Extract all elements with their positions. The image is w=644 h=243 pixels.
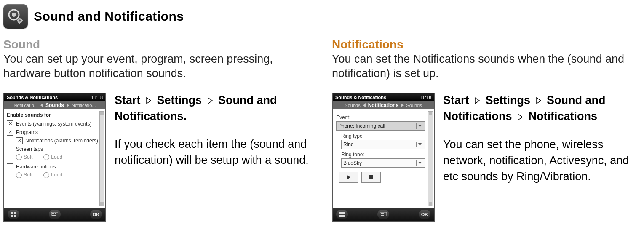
checkbox-events[interactable]: ✕ Events (warnings, system events) [7,120,103,127]
svg-rect-16 [52,215,56,216]
svg-rect-27 [381,215,384,216]
keyboard-button[interactable] [377,210,389,219]
svg-rect-24 [381,213,382,214]
svg-rect-22 [342,215,345,217]
svg-rect-7 [21,20,23,21]
phone-status-title: Sounds & Notifications [335,95,386,100]
ringtone-label: Ring tone: [341,152,431,158]
play-button[interactable] [339,172,358,183]
section-heading-notifications: Notifications [332,38,644,51]
path-notifications: Notifications [529,110,598,123]
chevron-down-icon [416,123,423,129]
event-select[interactable]: Phone: Incoming call [336,121,425,131]
page-header: Sound and Notifications [3,4,644,29]
start-button[interactable] [336,210,348,219]
chevron-left-icon[interactable] [363,103,366,107]
ringtype-value: Ring [343,142,354,147]
phone-status-title: Sounds & Notifications [7,95,58,100]
checkbox-screen-taps[interactable]: Screen taps [7,146,103,152]
keyboard-button[interactable] [49,210,61,219]
ringtone-value: BlueSky [343,160,362,166]
nav-center-label: Notifications [368,102,399,108]
svg-rect-13 [52,213,53,214]
checkbox-programs[interactable]: ✕ Programs [7,129,103,136]
svg-rect-11 [14,215,16,217]
svg-marker-17 [147,98,151,104]
chevron-down-icon [416,142,423,147]
checkbox-notifications[interactable]: ✕ Notifications (alarms, reminders) [16,137,103,144]
path-settings: Settings [486,94,531,107]
svg-point-1 [12,13,16,17]
phone-status-time: 11:18 [91,95,103,100]
radio-row-hardware: Soft Loud [16,172,103,178]
radio-soft-2[interactable]: Soft [16,172,32,178]
svg-rect-9 [14,212,16,214]
svg-rect-20 [342,212,345,214]
event-label: Event: [336,115,431,120]
radio-soft[interactable]: Soft [16,154,32,160]
svg-rect-26 [383,213,384,214]
phone-tabbar: Sounds Notifications Sounds [333,101,434,109]
instructions-sound: Start Settings Sound and Notifications. … [115,93,315,180]
triangle-right-icon [475,93,480,109]
radio-row-screen-taps: Soft Loud [16,154,103,160]
ok-button[interactable]: OK [419,210,430,219]
svg-rect-19 [339,212,342,214]
phone-status-time: 11:18 [420,95,431,100]
triangle-right-icon [536,93,541,109]
scrollbar[interactable] [99,111,104,206]
nav-left-label[interactable]: Sounds [345,103,360,108]
nav-left-label[interactable]: Notificatio... [14,103,38,108]
svg-rect-10 [11,215,13,217]
svg-rect-6 [17,20,18,21]
chevron-down-icon [416,160,423,166]
checkbox-notifications-label: Notifications (alarms, reminders) [25,138,98,144]
ok-button[interactable]: OK [90,210,102,219]
scrollbar[interactable] [428,111,433,206]
path-start: Start [443,94,469,107]
stop-button[interactable] [361,172,381,183]
phone-statusbar: Sounds & Notifications 11:18 [4,93,105,101]
phone-statusbar: Sounds & Notifications 11:18 [333,93,434,101]
svg-marker-28 [475,98,479,104]
media-controls [339,172,431,183]
start-button[interactable] [8,210,19,219]
checkbox-programs-label: Programs [16,129,38,135]
ringtype-select[interactable]: Ring [341,140,425,149]
event-value: Phone: Incoming call [338,123,385,129]
chevron-left-icon[interactable] [40,103,43,107]
section-sound: Sound You can set up your event, program… [3,38,315,222]
radio-loud-2[interactable]: Loud [43,172,62,178]
chevron-right-icon[interactable] [67,103,69,107]
nav-right-label[interactable]: Notificatio... [72,103,96,108]
screenshot-notifications: Sounds & Notifications 11:18 Sounds Noti… [332,93,435,222]
checkbox-hardware-buttons[interactable]: Hardware buttons [7,163,103,170]
triangle-right-icon [146,93,151,109]
instructions-notifications: Start Settings Sound and Notifications N… [443,93,644,197]
phone-softkeys: OK [4,208,105,221]
svg-rect-8 [11,212,13,214]
svg-point-3 [19,20,21,22]
nav-right-label[interactable]: Sounds [406,103,422,108]
instruction-body-notifications: You can set the phone, wireless network,… [443,137,644,184]
svg-rect-5 [19,22,20,24]
play-icon [347,175,350,180]
screenshot-sounds: Sounds & Notifications 11:18 Notificatio… [3,93,106,222]
instruction-body-sound: If you check each item the (sound and no… [115,136,315,168]
radio-loud[interactable]: Loud [43,154,62,160]
ringtone-select[interactable]: BlueSky [341,158,425,168]
path-settings: Settings [157,94,202,107]
triangle-right-icon [208,93,213,109]
path-start: Start [115,94,141,107]
nav-center-label: Sounds [45,102,64,108]
speaker-gear-icon [3,4,28,29]
chevron-right-icon[interactable] [401,103,404,107]
phone-body: Enable sounds for ✕ Events (warnings, sy… [4,109,105,208]
group-title: Enable sounds for [7,112,103,118]
svg-rect-4 [19,18,20,19]
ringtype-label: Ring type: [341,133,431,139]
checkbox-screen-taps-label: Screen taps [16,146,43,152]
phone-body: Event: Phone: Incoming call Ring type: R… [333,109,434,208]
svg-rect-21 [339,215,342,217]
checkbox-events-label: Events (warnings, system events) [16,121,91,127]
